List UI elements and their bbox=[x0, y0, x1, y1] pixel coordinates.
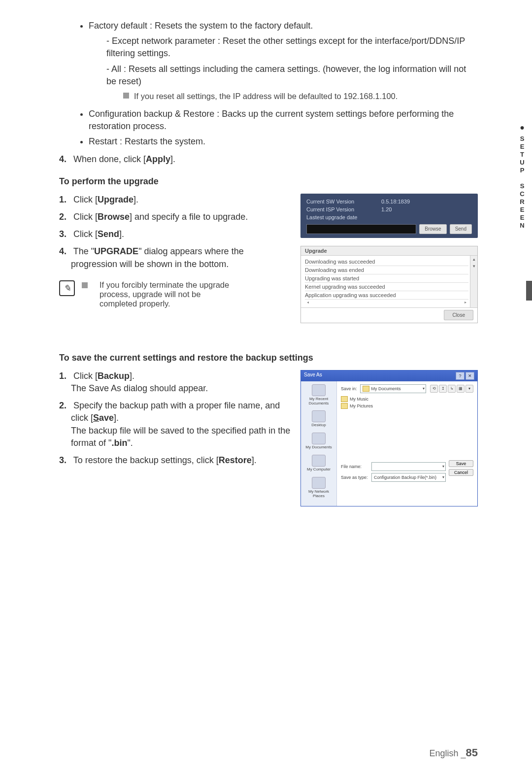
browse-button[interactable]: Browse bbox=[419, 224, 446, 234]
close-button[interactable]: Close bbox=[444, 310, 473, 320]
save-type-label: Save as type: bbox=[341, 475, 368, 480]
folder-item[interactable]: My Pictures bbox=[341, 403, 473, 409]
dash-except-network: Except network parameter : Reset the oth… bbox=[106, 35, 478, 60]
place-recent[interactable]: My Recent Documents bbox=[302, 384, 335, 406]
manual-page: ● SETUP SCREEN Factory default : Resets … bbox=[0, 0, 532, 774]
file-list[interactable]: My Music My Pictures bbox=[341, 396, 473, 460]
save-in-label: Save in: bbox=[341, 386, 357, 391]
folder-icon bbox=[341, 396, 348, 402]
upgrade-step-2: Click [Browse] and specify a file to upg… bbox=[71, 211, 291, 223]
upgrade-log-line: Downloading was ended bbox=[305, 266, 468, 274]
save-s-underline: S bbox=[93, 413, 99, 423]
text: When done, click [ bbox=[73, 154, 146, 164]
upgrade-section: Click [Upgrade]. Click [Browse] and spec… bbox=[59, 194, 478, 323]
send-label: Send bbox=[98, 229, 119, 239]
computer-icon bbox=[312, 455, 326, 467]
text: Click [ bbox=[73, 229, 98, 239]
place-desktop[interactable]: Desktop bbox=[302, 410, 335, 428]
place-mycomputer[interactable]: My Computer bbox=[302, 455, 335, 472]
folder-item[interactable]: My Music bbox=[341, 396, 473, 402]
tip-text: If you forcibly terminate the upgrade pr… bbox=[100, 280, 237, 308]
upgrade-log-line: Application upgrading was succeeded bbox=[305, 291, 468, 299]
upgrade-step-1: Click [Upgrade]. bbox=[71, 194, 291, 206]
save-in-dropdown[interactable]: My Documents bbox=[360, 384, 426, 393]
backup-step-2: Specify the backup path with a proper fi… bbox=[71, 400, 291, 449]
view-menu-icon[interactable]: ▾ bbox=[466, 385, 473, 393]
documents-icon bbox=[312, 433, 326, 444]
label: My Network Places bbox=[302, 490, 335, 499]
apply-label: Apply bbox=[146, 154, 170, 164]
upgrade-log-line: Downloading was succeeded bbox=[305, 258, 468, 266]
upgrade-info-panel: Current SW Version0.5.18:1839 Current IS… bbox=[300, 194, 478, 238]
help-button[interactable]: ? bbox=[456, 372, 465, 380]
upgrade-log-line: Kernel upgrading was succeeded bbox=[305, 283, 468, 291]
view-icon[interactable]: ▦ bbox=[457, 385, 465, 393]
text: ]. bbox=[114, 413, 119, 423]
bullet-factory-default: Factory default : Resets the system to t… bbox=[89, 20, 478, 102]
save-button[interactable]: Save bbox=[449, 460, 473, 467]
label: Desktop bbox=[302, 423, 335, 428]
text: ]. bbox=[252, 455, 257, 465]
footer-lang: English _ bbox=[429, 748, 466, 758]
text: ". bbox=[127, 438, 133, 448]
back-icon[interactable]: ⟲ bbox=[430, 385, 438, 393]
text: Factory default : Resets the system to t… bbox=[89, 21, 313, 31]
upgrade-tip: ✎ If you forcibly terminate the upgrade … bbox=[59, 280, 291, 308]
bullet-restart: Restart : Restarts the system. bbox=[89, 135, 478, 148]
backup-step-1: Click [Backup]. The Save As dialog shoul… bbox=[71, 370, 291, 395]
restore-label: Restore bbox=[219, 455, 252, 465]
folder-icon bbox=[312, 384, 326, 396]
newfolder-icon[interactable]: ↳ bbox=[448, 385, 456, 393]
saveas-screenshot-column: Save As ?✕ My Recent Documents Desktop M… bbox=[300, 370, 478, 507]
upgrade-progress-dialog: Upgrade Downloading was succeeded Downlo… bbox=[300, 246, 478, 323]
save-type-dropdown[interactable]: Configuration Backup File(*.bin) bbox=[371, 473, 446, 482]
step-4-apply: When done, click [Apply]. bbox=[71, 153, 478, 166]
text: Click [ bbox=[73, 371, 98, 381]
dash-all: All : Resets all settings including the … bbox=[106, 63, 478, 88]
vertical-scrollbar[interactable]: ▴▾ bbox=[470, 256, 477, 307]
side-tab-dot: ● bbox=[512, 123, 532, 132]
backup-text-column: Click [Backup]. The Save As dialog shoul… bbox=[59, 370, 291, 507]
cancel-button[interactable]: Cancel bbox=[449, 469, 473, 476]
places-sidebar: My Recent Documents Desktop My Documents… bbox=[301, 381, 337, 506]
upgrade-log-line: Upgrading was started bbox=[305, 274, 468, 283]
note-bullet-icon bbox=[123, 93, 129, 99]
sw-version-value: 0.5.18:1839 bbox=[381, 199, 410, 204]
up-icon[interactable]: ↥ bbox=[439, 385, 447, 393]
note-text: If you reset all settings, the IP addres… bbox=[134, 91, 398, 102]
label: My Computer bbox=[302, 468, 335, 472]
upgrade-label: Upgrade bbox=[98, 195, 133, 204]
upgrade-step-4: The "UPGRADE" dialog appears where the p… bbox=[71, 245, 291, 270]
text: To restore the backup settings, click [ bbox=[73, 455, 219, 465]
isp-version-label: Current ISP Version bbox=[306, 206, 375, 212]
section-title-upgrade: To perform the upgrade bbox=[59, 176, 478, 187]
upgrade-file-input[interactable] bbox=[306, 224, 416, 234]
close-icon[interactable]: ✕ bbox=[466, 372, 474, 380]
upgrade-dialog-label: UPGRADE bbox=[94, 246, 138, 256]
place-mydocs[interactable]: My Documents bbox=[302, 433, 335, 450]
desktop-icon bbox=[312, 410, 326, 422]
place-network[interactable]: My Network Places bbox=[302, 477, 335, 499]
text: ]. bbox=[170, 154, 175, 164]
top-bullet-list: Factory default : Resets the system to t… bbox=[59, 20, 478, 148]
upgrade-text-column: Click [Upgrade]. Click [Browse] and spec… bbox=[59, 194, 291, 323]
text: Click [ bbox=[73, 212, 98, 222]
save-as-titlebar: Save As ?✕ bbox=[301, 370, 477, 381]
network-icon bbox=[312, 477, 326, 489]
send-button[interactable]: Send bbox=[450, 224, 472, 234]
sw-version-label: Current SW Version bbox=[306, 199, 375, 204]
upgrade-screenshot-column: Current SW Version0.5.18:1839 Current IS… bbox=[300, 194, 478, 323]
save-as-main: Save in: My Documents ⟲↥↳▦▾ My Music My … bbox=[337, 381, 477, 506]
file-name-input[interactable] bbox=[371, 462, 446, 471]
horizontal-scrollbar[interactable]: ◂▸ bbox=[305, 299, 468, 305]
upgrade-dialog-title: Upgrade bbox=[301, 246, 477, 256]
side-tab-label: SETUP SCREEN bbox=[519, 135, 526, 230]
bullet-config-backup: Configuration backup & Restore : Backs u… bbox=[89, 108, 478, 133]
dash-list: Except network parameter : Reset the oth… bbox=[89, 35, 478, 88]
upgrade-date-label: Lastest upgrade date bbox=[306, 214, 375, 220]
tip-icon: ✎ bbox=[59, 280, 75, 296]
save-ave: ave bbox=[99, 413, 114, 423]
dropdown-value: My Documents bbox=[371, 386, 401, 391]
label: My Documents bbox=[302, 445, 335, 450]
upgrade-step-3: Click [Send]. bbox=[71, 228, 291, 240]
